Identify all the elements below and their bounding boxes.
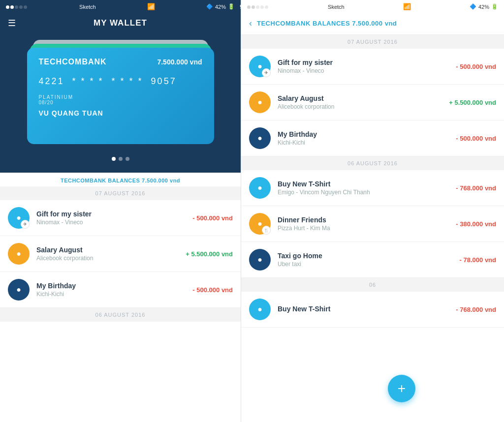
tx-amount-salary-right: + 5.500.000 vnd — [449, 99, 496, 106]
tx-item-dinner-right[interactable]: ● 🍴 Dinner Friends Pizza Hurt - Kim Ma -… — [241, 206, 504, 242]
tx-info-tshirt-right-2: Buy New T-Shirt — [278, 305, 456, 314]
tx-avatar-tshirt-right-2: ● — [249, 299, 271, 320]
tx-subtitle-taxi-right: Uber taxi — [278, 261, 460, 268]
tx-badge-dinner: 🍴 — [262, 226, 271, 235]
tx-avatar-tshirt-right: ● — [249, 177, 271, 199]
tx-avatar-birthday-right: ● — [249, 127, 271, 149]
tx-subtitle-salary-right: Alicebook corporation — [278, 103, 449, 110]
status-bar-left: Sketch 📶 9:41 AM 🔷 42% 🔋 — [0, 0, 241, 13]
tx-info-tshirt-right: Buy New T-Shirt Emigo - Vincom Nguyen Ch… — [278, 180, 456, 196]
cardholder-name: VU QUANG TUAN — [39, 109, 202, 117]
avatar-icon: ● — [16, 249, 21, 258]
tx-info-birthday-left: My Birthday Kichi-Kichi — [36, 282, 192, 298]
tx-item-gift-sister-left[interactable]: ● ✈ Gift for my sister Ninomax - Vineco … — [0, 200, 241, 236]
tx-item-taxi-right[interactable]: ● Taxi go Home Uber taxi - 78.000 vnd — [241, 242, 504, 278]
tx-subtitle-birthday-right: Kichi-Kichi — [278, 139, 456, 146]
battery-right: 42% — [478, 4, 489, 10]
date-separator-aug6-left: 06 AUGUST 2016 — [0, 308, 241, 322]
card-dot-3[interactable] — [126, 157, 129, 161]
tx-badge-gift-right: ✈ — [262, 68, 271, 77]
status-icons-right: 🔷 42% 🔋 — [470, 3, 498, 10]
card-num-1: 4221 — [39, 76, 64, 87]
right-header-text: TECHCOMBANK BALANCES 7.500.000 vnd — [257, 20, 397, 27]
tx-title-tshirt-right: Buy New T-Shirt — [278, 180, 456, 188]
tx-title-salary: Salary August — [36, 246, 186, 254]
balance-label: TECHCOMBANK BALANCES 7.500.000 vnd — [0, 173, 241, 186]
tx-info-taxi-right: Taxi go Home Uber taxi — [278, 252, 460, 268]
tx-subtitle-gift-sister: Ninomax - Vineco — [36, 219, 192, 226]
tx-amount-birthday-right: - 500.000 vnd — [456, 135, 496, 142]
card-dot-2[interactable] — [119, 157, 123, 161]
card-num-2: * * * * — [72, 76, 104, 87]
tx-title-tshirt-right-2: Buy New T-Shirt — [278, 305, 456, 313]
date-separator-aug7-right: 07 AUGUST 2016 — [241, 35, 504, 49]
credit-card[interactable]: TECHCOMBANK 7.500.000 vnd 4221 * * * * *… — [27, 48, 214, 144]
avatar-icon: ● — [16, 285, 21, 294]
network-name-right: Sketch — [328, 4, 345, 10]
tx-amount-gift-sister: - 500.000 vnd — [192, 214, 233, 222]
card-footer-row: PLATINIUM 08/20 — [39, 94, 202, 105]
tx-title-gift-right: Gift for my sister — [278, 59, 456, 66]
right-panel: Sketch 📶 9:41 AM 🔷 42% 🔋 ‹ TECHCOMBANK B… — [241, 0, 504, 422]
tx-title-birthday: My Birthday — [36, 282, 192, 290]
card-dot-1[interactable] — [112, 157, 116, 161]
tx-avatar-salary-right: ● — [249, 91, 271, 113]
battery-icon-left: 🔋 — [228, 3, 235, 10]
bank-name: TECHCOMBANK — [39, 58, 107, 66]
card-number-row: 4221 * * * * * * * * 9057 — [39, 76, 202, 87]
tx-avatar-gift-sister-left: ● ✈ — [8, 207, 30, 229]
tx-info-birthday-right: My Birthday Kichi-Kichi — [278, 130, 456, 146]
card-expiry: 08/20 — [39, 100, 74, 105]
balance-label-text: TECHCOMBANK BALANCES — [61, 178, 140, 183]
tx-item-salary-right[interactable]: ● Salary August Alicebook corporation + … — [241, 85, 504, 121]
card-num-3: * * * * — [112, 76, 143, 87]
battery-left: 42% — [215, 4, 226, 10]
bluetooth-icon-right: 🔷 — [470, 3, 476, 10]
tx-item-tshirt-right-2[interactable]: ● Buy New T-Shirt - 768.000 vnd — [241, 292, 504, 328]
tx-title-taxi-right: Taxi go Home — [278, 252, 460, 260]
status-bar-right: Sketch 📶 9:41 AM 🔷 42% 🔋 — [241, 0, 504, 13]
tx-avatar-birthday-left: ● — [8, 279, 30, 301]
right-header: ‹ TECHCOMBANK BALANCES 7.500.000 vnd — [241, 13, 504, 35]
tx-subtitle-dinner-right: Pizza Hurt - Kim Ma — [278, 225, 456, 232]
tx-item-birthday-right[interactable]: ● My Birthday Kichi-Kichi - 500.000 vnd — [241, 121, 504, 156]
tx-amount-birthday: - 500.000 vnd — [192, 286, 233, 294]
tx-subtitle-birthday: Kichi-Kichi — [36, 291, 192, 298]
tx-item-tshirt-right[interactable]: ● Buy New T-Shirt Emigo - Vincom Nguyen … — [241, 170, 504, 206]
signal-dots-right — [247, 4, 269, 10]
balance-value: 7.500.000 vnd — [142, 178, 180, 183]
tx-title-gift-sister: Gift for my sister — [36, 210, 192, 218]
tx-amount-taxi-right: - 78.000 vnd — [460, 256, 496, 264]
fab-add-button[interactable]: + — [388, 375, 415, 402]
tx-amount-dinner-right: - 380.000 vnd — [456, 220, 496, 228]
avatar-icon: ● — [16, 213, 21, 222]
signal-dots-left — [6, 4, 28, 10]
bluetooth-icon-left: 🔷 — [206, 3, 213, 10]
back-button[interactable]: ‹ — [249, 18, 252, 29]
wifi-icon-left: 📶 — [147, 3, 155, 10]
card-balance: 7.500.000 vnd — [157, 58, 202, 66]
date-separator-aug6-right-2: 06 — [241, 278, 504, 292]
tx-avatar-dinner-right: ● 🍴 — [249, 213, 271, 235]
card-area: TECHCOMBANK 7.500.000 vnd 4221 * * * * *… — [0, 35, 241, 173]
left-panel: Sketch 📶 9:41 AM 🔷 42% 🔋 ☰ MY WALLET TEC… — [0, 0, 241, 422]
hamburger-menu[interactable]: ☰ — [8, 18, 16, 29]
right-header-balance: 7.500.000 vnd — [352, 20, 397, 27]
tx-title-salary-right: Salary August — [278, 94, 449, 102]
card-num-4: 9057 — [151, 76, 177, 87]
tx-item-birthday-left[interactable]: ● My Birthday Kichi-Kichi - 500.000 vnd — [0, 272, 241, 308]
tx-subtitle-tshirt-right: Emigo - Vincom Nguyen Chi Thanh — [278, 189, 456, 196]
battery-icon-right: 🔋 — [491, 3, 498, 10]
tx-info-gift-right: Gift for my sister Ninomax - Vineco — [278, 59, 456, 74]
tx-subtitle-gift-right: Ninomax - Vineco — [278, 67, 456, 74]
card-dots — [112, 157, 129, 161]
network-name-left: Sketch — [79, 4, 96, 10]
tx-item-salary-left[interactable]: ● Salary August Alicebook corporation + … — [0, 236, 241, 272]
tx-item-gift-sister-right[interactable]: ● ✈ Gift for my sister Ninomax - Vineco … — [241, 49, 504, 85]
tx-title-dinner-right: Dinner Friends — [278, 216, 456, 224]
tx-badge-gift: ✈ — [21, 220, 30, 229]
tx-amount-gift-right: - 500.000 vnd — [456, 63, 496, 70]
tx-avatar-gift-right: ● ✈ — [249, 56, 271, 77]
tx-info-dinner-right: Dinner Friends Pizza Hurt - Kim Ma — [278, 216, 456, 232]
tx-info-gift-sister-left: Gift for my sister Ninomax - Vineco — [36, 210, 192, 226]
